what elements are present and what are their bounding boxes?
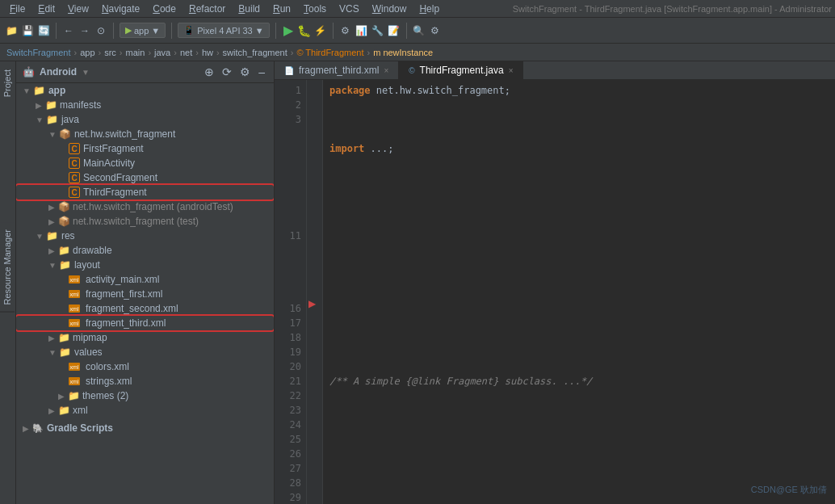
tab-java-icon: ©: [409, 66, 414, 75]
bc-hw[interactable]: hw: [202, 48, 213, 57]
menu-view[interactable]: View: [61, 2, 95, 16]
folder-icon-xml: 📁: [57, 404, 70, 417]
toolbar-icon-sync[interactable]: 🔄: [37, 24, 50, 37]
package-icon: 📦: [59, 128, 72, 141]
bc-switchfragment[interactable]: SwitchFragment: [6, 48, 70, 57]
debug-button[interactable]: 🐛: [298, 24, 311, 37]
tree-label-strings: strings.xml: [86, 376, 132, 387]
xml-icon-first: xml: [68, 288, 81, 300]
tree-label-fragment-second: fragment_second.xml: [86, 303, 178, 314]
tree-label-package: net.hw.switch_fragment: [74, 128, 175, 140]
tree-item-thirdfragment[interactable]: C ThirdFragment: [16, 185, 274, 200]
tab-thirdfragment-java[interactable]: © ThirdFragment.java ×: [399, 61, 523, 79]
toolbar-icon-8[interactable]: 🔍: [413, 24, 426, 37]
menu-run[interactable]: Run: [266, 2, 297, 16]
tree-label-thirdfragment: ThirdFragment: [83, 187, 147, 198]
project-header: 🤖 Android ▼ ⊕ ⟳ ⚙ –: [16, 61, 274, 83]
bc-newinstance[interactable]: m newInstance: [373, 48, 433, 57]
arrow-manifests: ▶: [36, 101, 42, 110]
tree-item-manifests[interactable]: ▶ 📁 manifests: [16, 98, 274, 112]
tab-close-xml[interactable]: ×: [384, 66, 388, 75]
tree-item-fragment-first[interactable]: xml fragment_first.xml: [16, 287, 274, 301]
menu-refactor[interactable]: Refactor: [183, 2, 232, 16]
tree-item-activity-main[interactable]: xml activity_main.xml: [16, 272, 274, 287]
xml-icon-third: xml: [68, 317, 81, 330]
menu-file[interactable]: File: [3, 2, 31, 16]
tree-item-secondfragment[interactable]: C SecondFragment: [16, 170, 274, 185]
window-title: SwitchFragment - ThirdFragment.java [Swi…: [513, 4, 832, 14]
tree-item-mainactivity[interactable]: C MainActivity: [16, 156, 274, 170]
panel-gear-btn[interactable]: ⚙: [237, 65, 253, 79]
tree-item-fragment-third[interactable]: xml fragment_third.xml: [16, 316, 274, 330]
panel-collapse-btn[interactable]: –: [256, 65, 267, 79]
arrow-themes: ▶: [58, 392, 65, 401]
app-dropdown[interactable]: ▶ app ▼: [120, 23, 166, 38]
bc-switch-fragment[interactable]: switch_fragment: [223, 48, 287, 57]
menu-help[interactable]: Help: [413, 2, 446, 16]
bc-app[interactable]: app: [80, 48, 94, 57]
toolbar: 📁 💾 🔄 ← → ⊙ ▶ app ▼ 📱 Pixel 4 API 33 ▼ ▶…: [0, 18, 835, 44]
menu-edit[interactable]: Edit: [31, 2, 61, 16]
toolbar-icon-1[interactable]: 📁: [5, 24, 18, 37]
tree-item-values[interactable]: ▼ 📁 values: [16, 345, 274, 359]
bc-java[interactable]: java: [154, 48, 170, 57]
tree-label-gradle: Gradle Scripts: [47, 422, 113, 434]
tab-fragment-third-xml[interactable]: 📄 fragment_third.xml ×: [275, 61, 399, 79]
resource-manager-tab[interactable]: Resource Manager: [0, 223, 15, 313]
tree-item-androidtest[interactable]: ▶ 📦 net.hw.switch_fragment (androidTest): [16, 200, 274, 214]
menu-code[interactable]: Code: [146, 2, 183, 16]
code-content[interactable]: package net.hw.switch_fragment; import .…: [323, 80, 835, 504]
tree-item-strings[interactable]: xml strings.xml: [16, 374, 274, 388]
tree-item-firstfragment[interactable]: C FirstFragment: [16, 141, 274, 156]
tree-item-drawable[interactable]: ▶ 📁 drawable: [16, 243, 274, 258]
panel-add-btn[interactable]: ⊕: [202, 65, 216, 79]
toolbar-back[interactable]: ←: [62, 24, 75, 37]
project-tab[interactable]: Project: [0, 61, 15, 105]
tree-item-app[interactable]: ▼ 📁 app: [16, 83, 274, 98]
menu-window[interactable]: Window: [366, 2, 413, 16]
toolbar-icon-5[interactable]: 📊: [355, 24, 368, 37]
panel-sync-btn[interactable]: ⟳: [220, 65, 234, 79]
tree-label-mipmap: mipmap: [73, 332, 107, 343]
arrow-mipmap: ▶: [48, 334, 55, 342]
toolbar-icon-3[interactable]: ⊙: [94, 24, 107, 37]
menu-tools[interactable]: Tools: [297, 2, 333, 16]
menu-vcs[interactable]: VCS: [333, 2, 366, 16]
panel-dropdown-arrow[interactable]: ▼: [82, 68, 90, 77]
bc-src[interactable]: src: [104, 48, 116, 57]
bc-net[interactable]: net: [180, 48, 192, 57]
tree-item-fragment-second[interactable]: xml fragment_second.xml: [16, 301, 274, 316]
run-button[interactable]: ▶: [282, 24, 295, 37]
tree-item-xml[interactable]: ▶ 📁 xml: [16, 403, 274, 418]
tree-item-mipmap[interactable]: ▶ 📁 mipmap: [16, 330, 274, 345]
tree-item-colors[interactable]: xml colors.xml: [16, 359, 274, 374]
java-icon-third: C: [68, 186, 81, 199]
tree-item-package-main[interactable]: ▼ 📦 net.hw.switch_fragment: [16, 127, 274, 141]
tab-close-java[interactable]: ×: [509, 66, 514, 75]
toolbar-icon-7[interactable]: 📝: [388, 24, 401, 37]
tree-item-themes[interactable]: ▶ 📁 themes (2): [16, 388, 274, 403]
profile-button[interactable]: ⚡: [314, 24, 327, 37]
bc-main[interactable]: main: [126, 48, 145, 57]
bc-thirdfragment[interactable]: © ThirdFragment: [296, 48, 363, 57]
menu-navigate[interactable]: Navigate: [95, 2, 146, 16]
tree-item-gradle[interactable]: ▶ 🐘 Gradle Scripts: [16, 421, 274, 435]
toolbar-icon-2[interactable]: 💾: [21, 24, 34, 37]
tree-label-activity-main: activity_main.xml: [86, 274, 159, 285]
arrow-xml: ▶: [48, 406, 55, 415]
folder-icon-java: 📁: [46, 113, 59, 126]
device-dropdown[interactable]: 📱 Pixel 4 API 33 ▼: [178, 23, 269, 38]
project-panel: 🤖 Android ▼ ⊕ ⟳ ⚙ – ▼ 📁 app ▶: [16, 61, 275, 504]
toolbar-icon-6[interactable]: 🔧: [371, 24, 384, 37]
toolbar-forward[interactable]: →: [78, 24, 91, 37]
tree-item-layout[interactable]: ▼ 📁 layout: [16, 258, 274, 272]
xml-icon-activity: xml: [68, 273, 81, 286]
toolbar-icon-4[interactable]: ⚙: [339, 24, 352, 37]
tab-label-xml: fragment_third.xml: [299, 65, 379, 76]
folder-icon-layout: 📁: [59, 258, 72, 271]
tree-item-java[interactable]: ▼ 📁 java: [16, 112, 274, 127]
tree-item-res[interactable]: ▼ 📁 res: [16, 229, 274, 243]
menu-build[interactable]: Build: [232, 2, 266, 16]
tree-item-test[interactable]: ▶ 📦 net.hw.switch_fragment (test): [16, 214, 274, 229]
toolbar-icon-9[interactable]: ⚙: [429, 24, 442, 37]
